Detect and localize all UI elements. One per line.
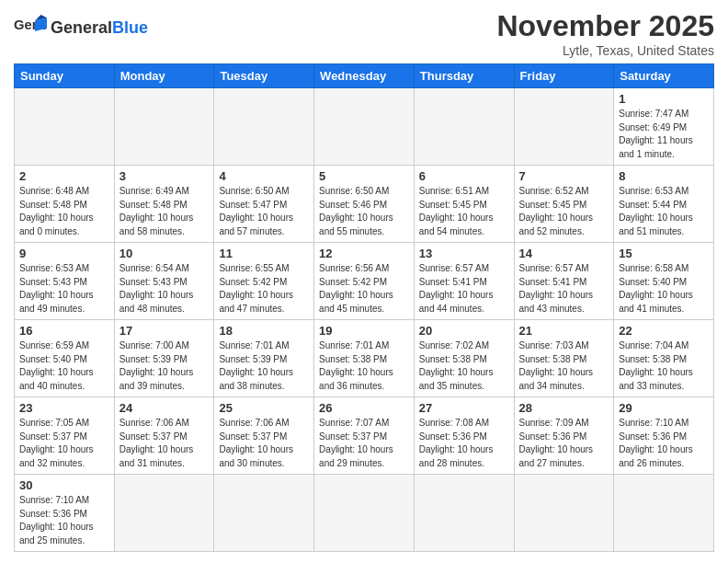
day-info: Sunrise: 6:55 AMSunset: 5:42 PMDaylight:… — [219, 262, 309, 316]
day-info: Sunrise: 6:49 AMSunset: 5:48 PMDaylight:… — [119, 185, 210, 238]
location-subtitle: Lytle, Texas, United States — [496, 43, 714, 58]
day-info: Sunrise: 6:57 AMSunset: 5:41 PMDaylight:… — [519, 262, 609, 316]
calendar-cell: 19Sunrise: 7:01 AMSunset: 5:38 PMDayligh… — [314, 320, 415, 397]
calendar-cell: 26Sunrise: 7:07 AMSunset: 5:37 PMDayligh… — [314, 397, 415, 475]
day-number: 13 — [419, 247, 509, 260]
day-info: Sunrise: 6:53 AMSunset: 5:43 PMDaylight:… — [19, 262, 109, 316]
calendar-cell: 21Sunrise: 7:03 AMSunset: 5:38 PMDayligh… — [514, 320, 614, 397]
day-number: 11 — [219, 247, 309, 260]
calendar-cell: 12Sunrise: 6:56 AMSunset: 5:42 PMDayligh… — [314, 243, 415, 320]
calendar-cell — [214, 88, 314, 166]
page-container: General GeneralBlue November 2025 Lytle,… — [0, 0, 728, 561]
calendar-cell: 16Sunrise: 6:59 AMSunset: 5:40 PMDayligh… — [15, 320, 115, 397]
calendar-cell: 24Sunrise: 7:06 AMSunset: 5:37 PMDayligh… — [114, 397, 214, 475]
calendar-cell: 1Sunrise: 7:47 AMSunset: 6:49 PMDaylight… — [614, 88, 714, 166]
logo-icon: General — [14, 15, 47, 40]
day-info: Sunrise: 6:57 AMSunset: 5:41 PMDaylight:… — [419, 262, 509, 316]
weekday-header-row: Sunday Monday Tuesday Wednesday Thursday… — [15, 64, 714, 88]
day-number: 23 — [19, 401, 109, 415]
calendar-cell: 17Sunrise: 7:00 AMSunset: 5:39 PMDayligh… — [114, 320, 214, 397]
calendar-cell — [614, 475, 714, 552]
calendar-cell: 22Sunrise: 7:04 AMSunset: 5:38 PMDayligh… — [614, 320, 714, 397]
day-number: 28 — [519, 401, 609, 415]
day-number: 25 — [219, 401, 309, 415]
header-saturday: Saturday — [614, 64, 714, 88]
month-title: November 2025 — [496, 9, 714, 43]
day-info: Sunrise: 6:50 AMSunset: 5:47 PMDaylight:… — [219, 185, 309, 238]
calendar-cell: 20Sunrise: 7:02 AMSunset: 5:38 PMDayligh… — [414, 320, 514, 397]
day-info: Sunrise: 7:01 AMSunset: 5:38 PMDaylight:… — [319, 339, 409, 393]
day-info: Sunrise: 6:48 AMSunset: 5:48 PMDaylight:… — [19, 185, 109, 238]
day-info: Sunrise: 7:02 AMSunset: 5:38 PMDaylight:… — [419, 339, 509, 393]
day-info: Sunrise: 6:58 AMSunset: 5:40 PMDaylight:… — [619, 262, 709, 316]
day-number: 3 — [119, 169, 210, 183]
day-number: 18 — [219, 324, 309, 338]
day-number: 16 — [19, 324, 109, 338]
day-number: 22 — [619, 324, 709, 338]
calendar-cell — [214, 475, 314, 552]
calendar-cell — [314, 475, 415, 552]
day-number: 27 — [419, 401, 509, 415]
calendar-cell — [514, 88, 614, 166]
day-number: 12 — [319, 247, 409, 260]
day-info: Sunrise: 7:07 AMSunset: 5:37 PMDaylight:… — [319, 417, 409, 470]
day-info: Sunrise: 7:00 AMSunset: 5:39 PMDaylight:… — [119, 339, 210, 393]
calendar-cell — [314, 88, 415, 166]
day-info: Sunrise: 6:54 AMSunset: 5:43 PMDaylight:… — [119, 262, 210, 316]
calendar-week-2: 2Sunrise: 6:48 AMSunset: 5:48 PMDaylight… — [15, 166, 714, 243]
calendar-cell: 13Sunrise: 6:57 AMSunset: 5:41 PMDayligh… — [414, 243, 514, 320]
calendar-cell: 10Sunrise: 6:54 AMSunset: 5:43 PMDayligh… — [114, 243, 214, 320]
calendar-week-4: 16Sunrise: 6:59 AMSunset: 5:40 PMDayligh… — [15, 320, 714, 397]
calendar-cell: 11Sunrise: 6:55 AMSunset: 5:42 PMDayligh… — [214, 243, 314, 320]
calendar-table: Sunday Monday Tuesday Wednesday Thursday… — [14, 63, 714, 552]
calendar-cell — [114, 88, 214, 166]
calendar-cell: 29Sunrise: 7:10 AMSunset: 5:36 PMDayligh… — [614, 397, 714, 475]
day-number: 15 — [619, 247, 709, 260]
calendar-cell — [514, 475, 614, 552]
day-number: 24 — [119, 401, 210, 415]
logo-blue-text: Blue — [112, 18, 148, 37]
calendar-cell: 25Sunrise: 7:06 AMSunset: 5:37 PMDayligh… — [214, 397, 314, 475]
day-info: Sunrise: 7:10 AMSunset: 5:36 PMDaylight:… — [619, 417, 709, 470]
day-number: 5 — [319, 169, 409, 183]
header-wednesday: Wednesday — [314, 64, 415, 88]
calendar-cell: 4Sunrise: 6:50 AMSunset: 5:47 PMDaylight… — [214, 166, 314, 243]
day-number: 14 — [519, 247, 609, 260]
day-number: 9 — [19, 247, 109, 260]
day-number: 20 — [419, 324, 509, 338]
calendar-cell: 15Sunrise: 6:58 AMSunset: 5:40 PMDayligh… — [614, 243, 714, 320]
header: General GeneralBlue November 2025 Lytle,… — [14, 9, 714, 58]
calendar-cell: 27Sunrise: 7:08 AMSunset: 5:36 PMDayligh… — [414, 397, 514, 475]
calendar-week-5: 23Sunrise: 7:05 AMSunset: 5:37 PMDayligh… — [15, 397, 714, 475]
calendar-week-1: 1Sunrise: 7:47 AMSunset: 6:49 PMDaylight… — [15, 88, 714, 166]
calendar-cell: 3Sunrise: 6:49 AMSunset: 5:48 PMDaylight… — [114, 166, 214, 243]
day-info: Sunrise: 7:04 AMSunset: 5:38 PMDaylight:… — [619, 339, 709, 393]
day-number: 10 — [119, 247, 210, 260]
calendar-cell: 2Sunrise: 6:48 AMSunset: 5:48 PMDaylight… — [15, 166, 115, 243]
day-info: Sunrise: 7:01 AMSunset: 5:39 PMDaylight:… — [219, 339, 309, 393]
calendar-cell: 8Sunrise: 6:53 AMSunset: 5:44 PMDaylight… — [614, 166, 714, 243]
calendar-week-6: 30Sunrise: 7:10 AMSunset: 5:36 PMDayligh… — [15, 475, 714, 552]
day-info: Sunrise: 7:06 AMSunset: 5:37 PMDaylight:… — [219, 417, 309, 470]
header-sunday: Sunday — [15, 64, 115, 88]
header-tuesday: Tuesday — [214, 64, 314, 88]
header-monday: Monday — [114, 64, 214, 88]
title-block: November 2025 Lytle, Texas, United State… — [496, 9, 714, 58]
day-info: Sunrise: 6:52 AMSunset: 5:45 PMDaylight:… — [519, 185, 609, 238]
day-info: Sunrise: 7:08 AMSunset: 5:36 PMDaylight:… — [419, 417, 509, 470]
day-info: Sunrise: 6:59 AMSunset: 5:40 PMDaylight:… — [19, 339, 109, 393]
day-number: 8 — [619, 169, 709, 183]
day-number: 29 — [619, 401, 709, 415]
day-number: 4 — [219, 169, 309, 183]
calendar-cell: 6Sunrise: 6:51 AMSunset: 5:45 PMDaylight… — [414, 166, 514, 243]
calendar-cell: 7Sunrise: 6:52 AMSunset: 5:45 PMDaylight… — [514, 166, 614, 243]
day-number: 19 — [319, 324, 409, 338]
day-info: Sunrise: 6:50 AMSunset: 5:46 PMDaylight:… — [319, 185, 409, 238]
day-number: 6 — [419, 169, 509, 183]
day-number: 21 — [519, 324, 609, 338]
calendar-cell: 30Sunrise: 7:10 AMSunset: 5:36 PMDayligh… — [15, 475, 115, 552]
calendar-cell — [414, 88, 514, 166]
logo: General GeneralBlue — [14, 15, 148, 40]
header-thursday: Thursday — [414, 64, 514, 88]
calendar-cell — [15, 88, 115, 166]
